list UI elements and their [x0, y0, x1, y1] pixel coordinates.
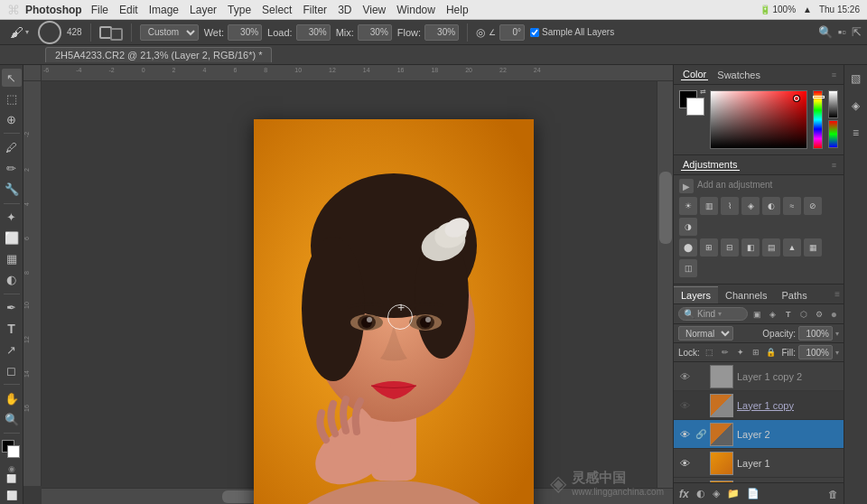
- adj-curves-icon[interactable]: ⌇: [721, 197, 739, 215]
- foreground-color[interactable]: [2, 440, 22, 458]
- angle-input[interactable]: [499, 24, 525, 41]
- lock-pixels-icon[interactable]: ✏: [719, 346, 732, 359]
- adjustment-layer-icon[interactable]: ◈: [713, 488, 720, 499]
- tool-zoom[interactable]: 🔍: [2, 410, 22, 428]
- value-strip[interactable]: [828, 90, 838, 118]
- tool-clone[interactable]: 🔧: [2, 180, 22, 198]
- fill-input[interactable]: [798, 345, 833, 359]
- rgb-strip[interactable]: [828, 120, 838, 148]
- adj-selective-color-icon[interactable]: ◫: [679, 259, 697, 277]
- adj-invert-icon[interactable]: ◧: [741, 238, 760, 257]
- menu-layer[interactable]: Layer: [190, 4, 217, 16]
- menu-help[interactable]: Help: [446, 4, 469, 16]
- fill-dropdown-icon[interactable]: ▾: [835, 349, 839, 357]
- filter-smart-icon[interactable]: ⚙: [813, 308, 825, 321]
- tool-type[interactable]: T: [2, 320, 22, 338]
- vertical-scrollbar[interactable]: [657, 81, 673, 488]
- opacity-dropdown-icon[interactable]: ▾: [835, 330, 839, 338]
- eye-layer-copy2[interactable]: 👁: [677, 369, 692, 384]
- lock-position-icon[interactable]: ✦: [734, 346, 747, 359]
- layers-panel-menu[interactable]: ≡: [831, 289, 844, 299]
- view-toggle-icon[interactable]: ▪▫: [838, 25, 846, 39]
- delete-layer-icon[interactable]: 🗑: [828, 489, 838, 499]
- adj-colorbal-icon[interactable]: ⊘: [804, 197, 822, 215]
- layer-row-copy2[interactable]: 👁 Layer 1 copy 2: [674, 362, 844, 391]
- layers-tab[interactable]: Layers: [674, 286, 718, 303]
- adj-bw-icon[interactable]: ◑: [679, 218, 697, 236]
- swatches-tab[interactable]: Swatches: [715, 70, 762, 80]
- adj-channel-mixer-icon[interactable]: ⊞: [700, 238, 718, 257]
- layer-row-1[interactable]: 👁 Layer 1: [674, 449, 844, 478]
- adj-photo-filter-icon[interactable]: ⬤: [679, 238, 697, 257]
- tool-lasso[interactable]: ⬚: [2, 89, 22, 107]
- filter-adjust-icon[interactable]: ◈: [767, 308, 779, 321]
- new-layer-icon[interactable]: 📄: [747, 488, 760, 499]
- menu-file[interactable]: File: [91, 4, 108, 16]
- tool-dodge[interactable]: ◐: [2, 271, 22, 289]
- layer-row-copy1[interactable]: 👁 Layer 1 copy: [674, 391, 844, 420]
- color-saturation-field[interactable]: [710, 90, 807, 149]
- filter-pixel-icon[interactable]: ▣: [751, 308, 764, 321]
- adjustments-tab[interactable]: Adjustments: [681, 159, 740, 171]
- fx-button[interactable]: fx: [679, 488, 689, 500]
- menu-window[interactable]: Window: [396, 4, 435, 16]
- adj-color-lookup-icon[interactable]: ⊟: [721, 238, 739, 257]
- paths-tab[interactable]: Paths: [775, 286, 815, 303]
- tool-healing[interactable]: ✦: [2, 208, 22, 226]
- folder-icon[interactable]: 📁: [727, 488, 740, 499]
- menu-type[interactable]: Type: [228, 4, 251, 16]
- menu-image[interactable]: Image: [149, 4, 179, 16]
- eye-layer-2[interactable]: 👁: [677, 427, 692, 442]
- adj-posterize-icon[interactable]: ▤: [762, 238, 780, 257]
- hue-strip[interactable]: [813, 90, 823, 149]
- hue-handle[interactable]: [813, 96, 825, 98]
- menu-edit[interactable]: Edit: [119, 4, 138, 16]
- background-swatch[interactable]: [686, 98, 704, 116]
- blend-mode-select[interactable]: Normal: [678, 326, 733, 341]
- color-picker-handle[interactable]: [794, 96, 799, 101]
- add-mask-icon[interactable]: ◐: [696, 488, 705, 499]
- lock-artboard-icon[interactable]: ⊞: [750, 346, 762, 359]
- document-tab[interactable]: 2H5A4233.CR2 @ 21,3% (Layer 2, RGB/16*) …: [45, 47, 272, 62]
- filter-shape-icon[interactable]: ⬡: [797, 308, 810, 321]
- menu-3d[interactable]: 3D: [338, 4, 351, 16]
- adj-hsl-icon[interactable]: ≈: [783, 197, 801, 215]
- load-input[interactable]: [296, 24, 331, 41]
- menu-select[interactable]: Select: [262, 4, 292, 16]
- kind-dropdown-icon[interactable]: ▾: [718, 310, 722, 318]
- dock-layers-icon[interactable]: ≡: [846, 123, 866, 143]
- expand-icon[interactable]: ⇱: [852, 25, 862, 39]
- search-icon[interactable]: 🔍: [818, 25, 833, 39]
- fg-bg-color-boxes[interactable]: ⇄: [679, 90, 704, 116]
- preset-select[interactable]: Custom: [140, 24, 199, 41]
- dock-color-icon[interactable]: ▧: [846, 69, 866, 89]
- tool-hand[interactable]: ✋: [2, 389, 22, 407]
- quick-mask-icon[interactable]: ◉⬜: [6, 464, 16, 484]
- eye-layer-copy1[interactable]: 👁: [677, 398, 692, 413]
- filter-type-icon[interactable]: T: [782, 308, 795, 321]
- mix-input[interactable]: [358, 24, 392, 41]
- eye-layer-1[interactable]: 👁: [677, 456, 692, 471]
- opacity-input[interactable]: [798, 326, 833, 341]
- layer-search-box[interactable]: 🔍 Kind ▾: [678, 307, 748, 321]
- channels-tab[interactable]: Channels: [718, 286, 774, 303]
- lock-transparent-icon[interactable]: ⬚: [704, 346, 716, 359]
- adj-threshold-icon[interactable]: ▲: [783, 238, 801, 257]
- adj-gradient-map-icon[interactable]: ▦: [804, 238, 822, 257]
- menu-filter[interactable]: Filter: [303, 4, 327, 16]
- filter-toggle[interactable]: ●: [829, 308, 839, 321]
- layer-row-2[interactable]: 👁 🔗 Layer 2: [674, 420, 844, 449]
- adj-exposure-icon[interactable]: ◈: [741, 197, 760, 215]
- sample-all-layers-checkbox[interactable]: Sample All Layers: [530, 27, 614, 37]
- adj-levels-icon[interactable]: ▥: [700, 197, 718, 215]
- tool-crop[interactable]: ⊕: [2, 110, 22, 128]
- tool-eyedropper[interactable]: 🖊: [2, 138, 22, 156]
- tool-select[interactable]: ↖: [2, 69, 22, 87]
- tool-pen[interactable]: ✒: [2, 299, 22, 317]
- tool-eraser[interactable]: ⬜: [2, 229, 22, 247]
- flow-input[interactable]: [424, 24, 459, 41]
- tool-path[interactable]: ↗: [2, 341, 22, 359]
- menu-view[interactable]: View: [362, 4, 386, 16]
- wet-input[interactable]: [228, 24, 262, 41]
- adj-brightness-icon[interactable]: ☀: [679, 197, 697, 215]
